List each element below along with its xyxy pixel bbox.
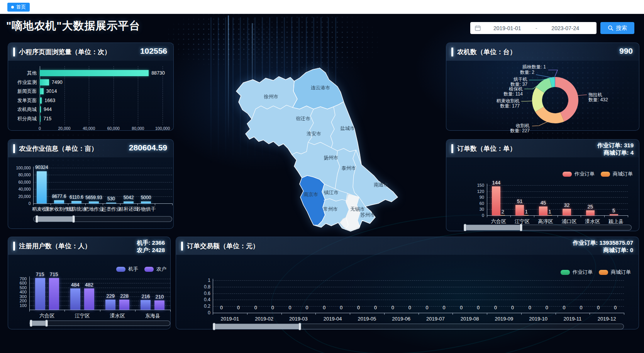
legend-item[interactable]: 机手 bbox=[116, 266, 138, 273]
axis-tick bbox=[350, 313, 350, 315]
grid-line bbox=[487, 197, 628, 198]
topbar: 首页 bbox=[0, 0, 644, 14]
datazoom-handle[interactable] bbox=[464, 224, 466, 231]
axis-tick-label: 100 bbox=[8, 303, 27, 308]
legend-item[interactable]: 作业订单 bbox=[561, 269, 593, 276]
axis-tick bbox=[510, 215, 511, 217]
grid-line bbox=[213, 280, 624, 281]
legend-label: 作业订单 bbox=[573, 269, 593, 276]
grid-line bbox=[487, 191, 628, 192]
y-axis-line bbox=[33, 167, 34, 203]
axis-tick bbox=[33, 203, 34, 205]
orders-stats: 作业订单: 319商城订单: 4 bbox=[597, 142, 634, 156]
axis-tick bbox=[29, 310, 30, 312]
grid-line bbox=[213, 287, 624, 287]
axis-month-label: 2019-01 bbox=[213, 316, 247, 322]
axis-tick-label: 20,000 bbox=[53, 126, 76, 131]
bar bbox=[524, 215, 529, 215]
datazoom-handle[interactable] bbox=[213, 323, 215, 330]
map-city-label: 宿迁市 bbox=[296, 116, 310, 121]
datazoom-window[interactable] bbox=[31, 321, 46, 326]
bar-category-label: 农机商城 bbox=[8, 106, 37, 113]
axis-tick bbox=[247, 313, 247, 315]
datazoom-handle[interactable] bbox=[72, 215, 75, 223]
axis-month-label: 2019-02 bbox=[247, 316, 281, 322]
bar bbox=[54, 200, 64, 203]
axis-tick-label: 400 bbox=[8, 290, 27, 294]
legend-item[interactable]: 作业订单 bbox=[563, 171, 595, 177]
header-accent-bar bbox=[181, 242, 183, 251]
donut-label-line bbox=[532, 121, 548, 126]
y-axis-line bbox=[487, 184, 487, 215]
datazoom-handle[interactable] bbox=[520, 224, 522, 231]
bar bbox=[89, 201, 99, 203]
axis-tick bbox=[172, 203, 173, 205]
bar-value-label: 1 bbox=[536, 209, 563, 215]
datazoom-handle[interactable] bbox=[298, 323, 301, 330]
axis-tick-label: 0.4 bbox=[187, 297, 210, 302]
axis-tick bbox=[103, 203, 103, 205]
point-value-label: 0 bbox=[473, 305, 484, 310]
date-start-input[interactable]: 2019-01-01 bbox=[481, 25, 534, 31]
point-value-label: 0 bbox=[575, 305, 587, 310]
chart-legend: 机手农户 bbox=[116, 266, 166, 273]
datazoom-window[interactable] bbox=[465, 225, 521, 230]
jiangsu-map: 徐州市连云港市宿迁市淮安市盐城市扬州市泰州市南通市南京市镇江市常州市无锡市苏州市 bbox=[232, 61, 405, 235]
bar bbox=[141, 201, 151, 203]
legend-item[interactable]: 商城订单 bbox=[601, 171, 633, 177]
panel-title: 小程序页面浏览量（单位：次） bbox=[19, 48, 111, 56]
panel-title: 订单交易额（单位：元） bbox=[187, 242, 259, 251]
search-button[interactable]: 搜索 bbox=[600, 22, 634, 34]
bar-category-label: 溧水区 bbox=[102, 312, 133, 319]
axis-tick-label: 80,000 bbox=[8, 172, 31, 177]
date-range-picker[interactable]: 2019-01-01 - 2023-07-24 bbox=[470, 22, 597, 34]
axis-tick bbox=[155, 203, 155, 205]
point-value-label: 0 bbox=[250, 305, 261, 310]
datazoom-slider[interactable] bbox=[29, 321, 170, 326]
stat-line: 作业订单: 319 bbox=[597, 142, 634, 149]
legend-item[interactable]: 商城订单 bbox=[599, 269, 631, 276]
axis-tick-label: 20,000 bbox=[8, 194, 31, 199]
donut-label-line bbox=[577, 95, 587, 95]
bar-value-label: 144 bbox=[483, 180, 510, 186]
point-value-label: 0 bbox=[456, 305, 467, 310]
datazoom-handle[interactable] bbox=[30, 320, 32, 327]
calendar-icon bbox=[475, 25, 481, 31]
point-value-label: 0 bbox=[319, 305, 330, 310]
header-accent-bar bbox=[451, 144, 453, 153]
bar-category-label: 其他 bbox=[8, 70, 37, 76]
farm-work-total: 280604.59 bbox=[129, 143, 167, 152]
axis-tick-label: 100,000 bbox=[151, 126, 174, 131]
bar bbox=[40, 106, 41, 113]
datazoom-window[interactable] bbox=[214, 324, 300, 329]
map-city-label: 徐州市 bbox=[264, 94, 278, 99]
home-tab[interactable]: 首页 bbox=[7, 3, 30, 12]
date-end-input[interactable]: 2023-07-24 bbox=[539, 25, 592, 31]
light-beam bbox=[228, 15, 229, 139]
axis-tick bbox=[85, 203, 86, 205]
point-value-label: 0 bbox=[215, 305, 227, 310]
map-region-nanjing[interactable] bbox=[300, 176, 325, 225]
axis-month-label: 2019-06 bbox=[384, 316, 418, 322]
donut-label-line bbox=[536, 75, 554, 78]
axis-tick-label: 40,000 bbox=[77, 126, 100, 131]
datazoom-handle[interactable] bbox=[36, 215, 38, 223]
datazoom-window[interactable] bbox=[37, 217, 74, 222]
datazoom-handle[interactable] bbox=[45, 320, 48, 327]
axis-month-label: 2019-10 bbox=[521, 316, 555, 322]
stat-line: 农户: 2428 bbox=[137, 246, 165, 254]
axis-tick bbox=[384, 313, 385, 315]
legend-item[interactable]: 农户 bbox=[144, 266, 166, 273]
page-title: "嘀地农机"大数据展示平台 bbox=[6, 19, 141, 33]
panel-page-views: 小程序页面浏览量（单位：次） 102556 020,00040,00060,00… bbox=[8, 43, 174, 131]
donut-slice-label: 数量: 37 bbox=[510, 81, 527, 88]
bar-value-label: 32 bbox=[553, 202, 580, 208]
stat-line: 商城订单: 4 bbox=[597, 149, 634, 156]
bar bbox=[70, 288, 80, 310]
bar-category-label: 谷物烘干 bbox=[129, 206, 163, 213]
axis-month-label: 2019-11 bbox=[556, 316, 590, 322]
point-value-label: 0 bbox=[541, 305, 552, 310]
panel-users: 注册用户数（单位：人） 机手: 2366农户: 2428 10020030040… bbox=[8, 237, 171, 329]
axis-tick bbox=[624, 313, 624, 315]
bar bbox=[563, 209, 571, 215]
